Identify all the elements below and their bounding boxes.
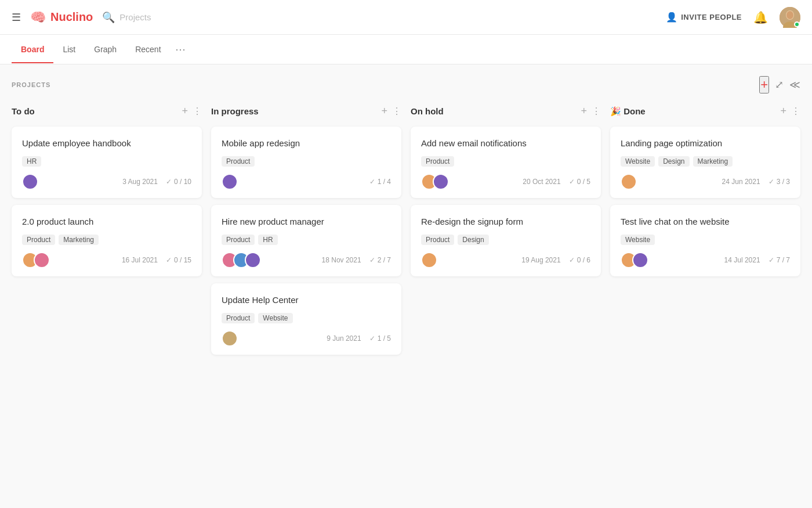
- logo[interactable]: 🧠 Nuclino: [30, 10, 93, 25]
- card-title: Re-design the signup form: [421, 215, 590, 228]
- invite-people-button[interactable]: 👤 INVITE PEOPLE: [666, 12, 742, 23]
- column-onhold: On hold + ⋮ Add new email notificationsP…: [411, 103, 601, 283]
- card-meta: 3 Aug 2021✓ 0 / 10: [122, 178, 191, 186]
- card-tag: Product: [421, 235, 454, 245]
- column-done: 🎉 Done + ⋮ Landing page optimizationWebs…: [610, 103, 800, 283]
- column-add-button-done[interactable]: +: [780, 105, 786, 117]
- card-title: Update employee handbook: [22, 137, 191, 149]
- card-footer: 24 Jun 2021✓ 3 / 3: [621, 174, 790, 190]
- card[interactable]: Test live chat on the websiteWebsite14 J…: [610, 205, 800, 276]
- column-more-button-inprogress[interactable]: ⋮: [392, 106, 401, 117]
- card-tag: Product: [222, 313, 255, 323]
- tab-recent[interactable]: Recent: [126, 37, 170, 63]
- card-avatars: [222, 252, 261, 268]
- card-title: 2.0 product launch: [22, 215, 191, 228]
- avatar: [22, 174, 38, 190]
- checkmark-icon: ✓: [166, 178, 172, 186]
- card-meta: 14 Jul 2021✓ 7 / 7: [724, 256, 790, 264]
- card-tags: Product: [421, 156, 590, 167]
- tab-board[interactable]: Board: [12, 37, 53, 63]
- card[interactable]: Hire new product managerProductHR18 Nov …: [211, 205, 401, 276]
- card-title: Landing page optimization: [621, 137, 790, 149]
- card-meta: ✓ 1 / 4: [369, 178, 391, 186]
- logo-text: Nuclino: [50, 10, 93, 24]
- avatar: [621, 174, 637, 190]
- card-tag: Product: [222, 156, 255, 167]
- card-tags: Product: [222, 156, 391, 167]
- online-indicator: [794, 21, 800, 27]
- card-title: Add new email notifications: [421, 137, 590, 149]
- card-avatars: [421, 174, 449, 190]
- user-avatar-container[interactable]: [780, 7, 800, 28]
- app-header: ☰ 🧠 Nuclino 🔍 Projects 👤 INVITE PEOPLE 🔔: [0, 0, 812, 35]
- avatar: [433, 174, 449, 190]
- collapse-button[interactable]: ≪: [789, 78, 800, 91]
- column-more-button-todo[interactable]: ⋮: [193, 106, 202, 117]
- card-meta: 20 Oct 2021✓ 0 / 5: [523, 178, 590, 186]
- column-add-button-onhold[interactable]: +: [581, 105, 587, 117]
- svg-point-2: [786, 11, 793, 19]
- tab-graph[interactable]: Graph: [85, 37, 126, 63]
- avatar: [421, 252, 437, 268]
- card-tags: Website: [621, 235, 790, 245]
- card-tags: ProductDesign: [421, 235, 590, 245]
- card-date: 20 Oct 2021: [523, 178, 560, 186]
- column-more-button-onhold[interactable]: ⋮: [592, 106, 601, 117]
- notification-bell-icon[interactable]: 🔔: [753, 10, 768, 24]
- card[interactable]: Update employee handbookHR3 Aug 2021✓ 0 …: [12, 127, 202, 198]
- tab-more-icon[interactable]: ⋯: [171, 35, 190, 64]
- search-placeholder: Projects: [119, 12, 151, 22]
- expand-button[interactable]: ⤢: [775, 78, 784, 91]
- checkmark-icon: ✓: [166, 256, 172, 264]
- card-footer: 20 Oct 2021✓ 0 / 5: [421, 174, 590, 190]
- add-column-button[interactable]: +: [759, 76, 769, 93]
- card-tasks: ✓ 0 / 6: [569, 256, 590, 264]
- card-tasks: ✓ 0 / 5: [569, 178, 590, 186]
- card[interactable]: Re-design the signup formProductDesign19…: [411, 205, 601, 276]
- column-add-button-inprogress[interactable]: +: [381, 105, 387, 117]
- card-tasks: ✓ 1 / 5: [369, 334, 391, 343]
- card[interactable]: Mobile app redesignProduct✓ 1 / 4: [211, 127, 401, 198]
- card-tag: Marketing: [59, 235, 99, 245]
- card-date: 16 Jul 2021: [122, 256, 158, 264]
- column-more-button-done[interactable]: ⋮: [791, 106, 800, 117]
- card-date: 24 Jun 2021: [722, 178, 760, 186]
- board-area: PROJECTS + ⤢ ≪ To do + ⋮ Update employee…: [0, 64, 812, 502]
- card-title: Hire new product manager: [222, 215, 391, 228]
- header-left: ☰ 🧠 Nuclino 🔍 Projects: [12, 10, 666, 25]
- brain-icon: 🧠: [30, 10, 46, 25]
- avatar: [222, 174, 238, 190]
- column-add-button-todo[interactable]: +: [182, 105, 188, 117]
- tab-list[interactable]: List: [53, 37, 85, 63]
- navigation-tabs: Board List Graph Recent ⋯: [0, 35, 812, 64]
- card-tags: ProductWebsite: [222, 313, 391, 323]
- board-title: PROJECTS: [12, 81, 50, 88]
- search-area[interactable]: 🔍 Projects: [102, 11, 151, 24]
- search-icon: 🔍: [102, 11, 115, 24]
- card-avatars: [621, 174, 637, 190]
- kanban-board: To do + ⋮ Update employee handbookHR3 Au…: [12, 103, 800, 362]
- card-tag: Website: [621, 156, 655, 167]
- card-avatars: [222, 174, 238, 190]
- card-tag: HR: [22, 156, 41, 167]
- card-avatars: [421, 252, 437, 268]
- card-footer: 9 Jun 2021✓ 1 / 5: [222, 330, 391, 347]
- card-footer: 19 Aug 2021✓ 0 / 6: [421, 252, 590, 268]
- card-tags: HR: [22, 156, 191, 167]
- menu-icon[interactable]: ☰: [12, 11, 21, 24]
- card[interactable]: Landing page optimizationWebsiteDesignMa…: [610, 127, 800, 198]
- checkmark-icon: ✓: [369, 178, 375, 186]
- card[interactable]: Add new email notificationsProduct20 Oct…: [411, 127, 601, 198]
- column-header-onhold: On hold + ⋮: [411, 103, 601, 120]
- board-actions: + ⤢ ≪: [759, 76, 800, 93]
- card[interactable]: Update Help CenterProductWebsite9 Jun 20…: [211, 283, 401, 355]
- card-tag: Website: [621, 235, 655, 245]
- card[interactable]: 2.0 product launchProductMarketing16 Jul…: [12, 205, 202, 276]
- card-meta: 9 Jun 2021✓ 1 / 5: [327, 334, 391, 343]
- card-tag: Product: [421, 156, 454, 167]
- card-title: Mobile app redesign: [222, 137, 391, 149]
- card-tag: Design: [658, 156, 689, 167]
- column-title-inprogress: In progress: [211, 106, 259, 116]
- card-footer: 18 Nov 2021✓ 2 / 7: [222, 252, 391, 268]
- card-tasks: ✓ 7 / 7: [768, 256, 790, 264]
